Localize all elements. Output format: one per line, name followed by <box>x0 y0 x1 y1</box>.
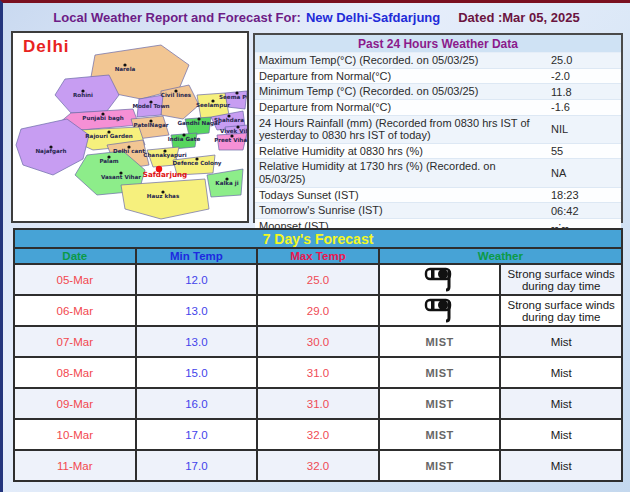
col-header-max-temp: Max Temp <box>257 248 379 264</box>
forecast-weather-description: Strong surface winds during day time <box>500 295 622 326</box>
district-label: Preet Vihar <box>214 137 247 143</box>
forecast-weather-icon-cell: MIST <box>379 388 501 419</box>
past24-row-value: 18:23 <box>547 189 621 201</box>
forecast-weather-description: Mist <box>500 388 622 419</box>
forecast-row: 06-Mar13.029.0Strong surface winds durin… <box>14 295 622 326</box>
district-label: Civil lines <box>161 92 192 98</box>
past24-row-value: 25.0 <box>547 54 621 66</box>
windsock-icon <box>421 297 459 323</box>
past24-row-label: Relative Humidity at 1730 hrs (%) (Recor… <box>255 159 547 186</box>
past24-row-value: -1.6 <box>547 101 621 113</box>
district-label: Kalka ji <box>215 180 238 187</box>
past24-row: Relative Humidity at 1730 hrs (%) (Recor… <box>255 159 621 187</box>
delhi-map-panel: NarelaRohiniCivil linesModel TownSeema P… <box>11 31 249 223</box>
past24-row-value: NIL <box>547 123 621 135</box>
past24-row-value: -2.0 <box>547 70 621 82</box>
past24-row-label: Relative Humidity at 0830 hrs (%) <box>255 144 547 159</box>
forecast-row: 05-Mar12.025.0Strong surface winds durin… <box>14 264 622 295</box>
forecast-date: 05-Mar <box>14 264 136 295</box>
forecast-weather-icon-cell: MIST <box>379 450 501 481</box>
report-header: Local Weather Report and Forecast For: N… <box>3 5 630 29</box>
mist-icon: MIST <box>425 336 453 348</box>
forecast-header-row: Date Min Temp Max Temp Weather <box>14 248 622 264</box>
station-marker-label: Safdarjung <box>143 170 188 179</box>
forecast-weather-description: Mist <box>500 450 622 481</box>
forecast-date: 10-Mar <box>14 419 136 450</box>
windsock-icon <box>421 266 459 292</box>
past24-row-label: Todays Sunset (IST) <box>255 188 547 203</box>
forecast-row: 10-Mar17.032.0MISTMist <box>14 419 622 450</box>
past24-row: Departure from Normal(°C)-2.0 <box>255 69 621 85</box>
district-label: Rohini <box>73 92 93 98</box>
forecast-weather-icon-cell: MIST <box>379 357 501 388</box>
past24-row-label: Tomorrow's Sunrise (IST) <box>255 203 547 218</box>
forecast-weather-description: Strong surface winds during day time <box>500 264 622 295</box>
forecast-date: 08-Mar <box>14 357 136 388</box>
district-label: Model Town <box>132 103 169 109</box>
district-label: Chanakyapuri <box>143 152 187 159</box>
forecast-table: 7 Day's Forecast Date Min Temp Max Temp … <box>13 228 623 482</box>
past24-row-label: 24 Hours Rainfall (mm) (Recorded from 08… <box>255 116 547 143</box>
past24-row: Relative Humidity at 0830 hrs (%)55 <box>255 144 621 160</box>
district-label: Seema Puri <box>219 94 247 100</box>
district-label: Rajouri Garden <box>85 133 132 140</box>
forecast-min-temp: 16.0 <box>136 388 258 419</box>
forecast-max-temp: 30.0 <box>257 326 379 357</box>
mist-icon: MIST <box>425 398 453 410</box>
district-label: Delhi cant <box>113 148 145 154</box>
past24-row: Minimum Temp (°C) (Recorded. on 05/03/25… <box>255 84 621 100</box>
past24-row-value: NA <box>547 167 621 179</box>
forecast-min-temp: 17.0 <box>136 419 258 450</box>
report-title: Local Weather Report and Forecast For: <box>53 10 301 25</box>
district-label: Narela <box>115 66 136 72</box>
col-header-weather: Weather <box>379 248 622 264</box>
district-label: Defence Colony <box>172 160 221 167</box>
forecast-weather-icon-cell: MIST <box>379 419 501 450</box>
forecast-date: 11-Mar <box>14 450 136 481</box>
past24-row-label: Minimum Temp (°C) (Recorded. on 05/03/25… <box>255 84 547 99</box>
col-header-date: Date <box>14 248 136 264</box>
delhi-district-map: NarelaRohiniCivil linesModel TownSeema P… <box>13 33 247 221</box>
mist-icon: MIST <box>425 460 453 472</box>
forecast-min-temp: 15.0 <box>136 357 258 388</box>
forecast-row: 07-Mar13.030.0MISTMist <box>14 326 622 357</box>
forecast-row: 09-Mar16.031.0MISTMist <box>14 388 622 419</box>
district-label: Najafgarh <box>35 148 66 155</box>
forecast-weather-icon-cell: MIST <box>379 326 501 357</box>
forecast-weather-description: Mist <box>500 357 622 388</box>
forecast-max-temp: 31.0 <box>257 388 379 419</box>
forecast-min-temp: 17.0 <box>136 450 258 481</box>
past24-row: Tomorrow's Sunrise (IST)06:42 <box>255 203 621 219</box>
past24-row: Departure from Normal(°C)-1.6 <box>255 100 621 116</box>
district-label: PatelNagar <box>133 122 168 129</box>
past24-row: 24 Hours Rainfall (mm) (Recorded from 08… <box>255 116 621 144</box>
district-label: Punjabi bagh <box>82 115 123 122</box>
forecast-max-temp: 32.0 <box>257 419 379 450</box>
forecast-weather-icon-cell <box>379 264 501 295</box>
district-shape-hauz-khas <box>121 179 209 219</box>
forecast-min-temp: 13.0 <box>136 326 258 357</box>
past-24-hours-title: Past 24 Hours Weather Data <box>255 35 621 53</box>
mist-icon: MIST <box>425 367 453 379</box>
mist-icon: MIST <box>425 429 453 441</box>
district-label: Vivek Vihar <box>220 128 247 134</box>
past-24-hours-table: Past 24 Hours Weather Data Maximum Temp(… <box>253 33 623 223</box>
district-label: Palam <box>99 158 118 164</box>
forecast-max-temp: 31.0 <box>257 357 379 388</box>
forecast-weather-icon-cell <box>379 295 501 326</box>
col-header-min-temp: Min Temp <box>136 248 258 264</box>
past24-row-value: 55 <box>547 145 621 157</box>
forecast-weather-description: Mist <box>500 326 622 357</box>
report-date: Dated :Mar 05, 2025 <box>458 10 579 25</box>
forecast-row: 11-Mar17.032.0MISTMist <box>14 450 622 481</box>
past24-row: Maximum Temp(°C) (Recorded. on 05/03/25)… <box>255 53 621 69</box>
station-name-link[interactable]: New Delhi-Safdarjung <box>306 10 440 25</box>
district-label: Hauz khas <box>147 193 180 199</box>
forecast-date: 09-Mar <box>14 388 136 419</box>
district-label: India Gate <box>168 136 201 142</box>
forecast-row: 08-Mar15.031.0MISTMist <box>14 357 622 388</box>
forecast-min-temp: 13.0 <box>136 295 258 326</box>
forecast-weather-description: Mist <box>500 419 622 450</box>
map-region-label: Delhi <box>23 37 70 57</box>
district-label: Vasant Vihar <box>101 174 141 180</box>
